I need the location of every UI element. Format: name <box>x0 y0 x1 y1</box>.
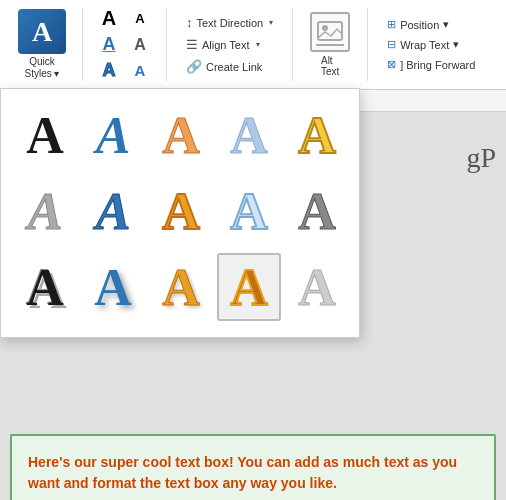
increase-font-button[interactable]: A <box>95 7 123 31</box>
text-box[interactable]: Here's our super cool text box! You can … <box>10 434 496 500</box>
svg-point-1 <box>322 25 328 31</box>
quick-styles-icon: A <box>18 9 66 54</box>
quick-styles-button[interactable]: A QuickStyles ▾ <box>8 4 76 85</box>
style-item-10[interactable]: A <box>285 177 349 245</box>
text-direction-arrow: ▾ <box>269 18 273 27</box>
quick-styles-dropdown: A A A A A A A A A A A A A A A <box>0 88 360 338</box>
create-link-button[interactable]: 🔗 Create Link <box>179 56 280 77</box>
create-link-icon: 🔗 <box>186 59 202 74</box>
alt-text-button[interactable]: AltText <box>299 4 361 85</box>
ribbon-divider-1 <box>82 8 83 81</box>
alt-text-label: AltText <box>321 55 339 77</box>
bring-forward-icon: ⊠ <box>387 58 396 71</box>
font-color-button[interactable]: A <box>95 33 123 57</box>
style-item-11[interactable]: A <box>13 253 77 321</box>
clear-format-button[interactable]: A <box>126 33 154 57</box>
ribbon-divider-4 <box>367 8 368 81</box>
style-item-4[interactable]: A <box>217 101 281 169</box>
wrap-text-icon: ⊟ <box>387 38 396 51</box>
position-button[interactable]: ⊞ Position ▾ <box>380 15 482 34</box>
bring-forward-label: ] Bring Forward <box>400 59 475 71</box>
ribbon-divider-3 <box>292 8 293 81</box>
style-item-7[interactable]: A <box>81 177 145 245</box>
text-direction-label: Text Direction <box>197 17 264 29</box>
align-text-icon: ☰ <box>186 37 198 52</box>
style-item-8[interactable]: A <box>149 177 213 245</box>
text-direction-icon: ↕ <box>186 15 193 30</box>
style-item-5[interactable]: A <box>285 101 349 169</box>
style-item-6[interactable]: A <box>13 177 77 245</box>
text-direction-button[interactable]: ↕ Text Direction ▾ <box>179 12 280 33</box>
text-format-row-2: A A <box>95 33 154 57</box>
style-item-13[interactable]: A <box>149 253 213 321</box>
ribbon: A QuickStyles ▾ A A A A A A ↕ Text Direc… <box>0 0 506 90</box>
quick-styles-text: QuickStyles ▾ <box>24 56 59 79</box>
decrease-font-button[interactable]: A <box>126 7 154 31</box>
text-format-group: A A A A A A <box>89 4 160 85</box>
align-group: ↕ Text Direction ▾ ☰ Align Text ▾ 🔗 Crea… <box>173 4 286 85</box>
style-item-1[interactable]: A <box>13 101 77 169</box>
style-item-9[interactable]: A <box>217 177 281 245</box>
position-label: Position <box>400 19 439 31</box>
style-item-14[interactable]: A <box>217 253 281 321</box>
style-item-12[interactable]: A <box>81 253 145 321</box>
style-item-3[interactable]: A <box>149 101 213 169</box>
quick-styles-letter: A <box>32 16 52 48</box>
wrap-text-button[interactable]: ⊟ Wrap Text ▾ <box>380 35 482 54</box>
text-effect-button[interactable]: A <box>126 59 154 83</box>
align-text-button[interactable]: ☰ Align Text ▾ <box>179 34 280 55</box>
position-arrow: ▾ <box>443 18 449 31</box>
style-item-15[interactable]: A <box>285 253 349 321</box>
bring-forward-button[interactable]: ⊠ ] Bring Forward <box>380 55 482 74</box>
text-box-content: Here's our super cool text box! You can … <box>28 452 478 494</box>
text-format-row-1: A A <box>95 7 154 31</box>
create-link-label: Create Link <box>206 61 262 73</box>
alt-text-icon <box>310 12 350 52</box>
arrange-group: ⊞ Position ▾ ⊟ Wrap Text ▾ ⊠ ] Bring For… <box>374 4 488 85</box>
style-item-2[interactable]: A <box>81 101 145 169</box>
bold-color-button[interactable]: A <box>95 59 123 83</box>
position-icon: ⊞ <box>387 18 396 31</box>
text-format-row-3: A A <box>95 59 154 83</box>
document-gp-text: gP <box>466 142 496 174</box>
align-text-arrow: ▾ <box>256 40 260 49</box>
quick-styles-label: QuickStyles ▾ <box>24 56 59 80</box>
ribbon-divider-2 <box>166 8 167 81</box>
wrap-text-arrow: ▾ <box>453 38 459 51</box>
wrap-text-label: Wrap Text <box>400 39 449 51</box>
align-text-label: Align Text <box>202 39 250 51</box>
